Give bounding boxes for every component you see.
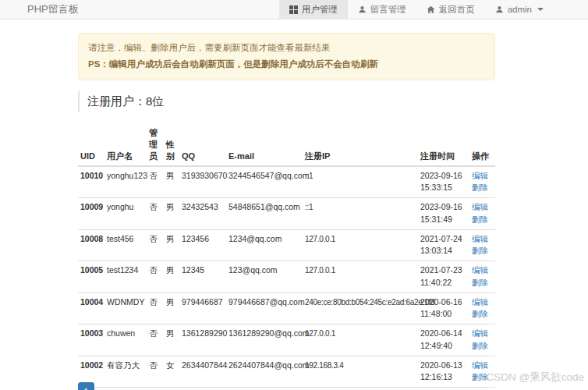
register-date: 2020-06-14: [420, 328, 467, 340]
column-header-5: E-mail: [226, 125, 303, 166]
nav-item-back-home[interactable]: 返回首页: [416, 0, 485, 19]
cell-uid: 10010: [78, 166, 104, 198]
cell-uid: 10003: [78, 324, 104, 356]
cell-gender: 男: [164, 166, 179, 198]
register-date: 2020-06-13: [420, 360, 467, 372]
table-row: 10003 chuwen 否 男 1361289290 1361289290@q…: [78, 324, 495, 356]
cell-register-ip: 127.0.0.1: [303, 324, 418, 356]
cell-actions: 编辑 删除: [469, 292, 495, 324]
cell-register-ip: ::1: [303, 198, 418, 230]
edit-link[interactable]: 编辑: [472, 328, 493, 340]
delete-link[interactable]: 删除: [472, 371, 493, 384]
cell-username: yonghu123: [104, 166, 147, 198]
table-row: 10009 yonghu 否 男 32432543 54848651@qq.co…: [78, 198, 495, 230]
cell-register-time: 2023-09-16 15:33:15: [418, 166, 469, 198]
cell-register-time: 2021-07-23 11:40:22: [418, 261, 469, 293]
cell-uid: 10008: [78, 229, 104, 261]
pagination-page-button[interactable]: 1: [78, 382, 94, 390]
cell-admin: 否: [147, 166, 164, 198]
edit-link[interactable]: 编辑: [472, 233, 493, 246]
register-time: 11:48:00: [420, 308, 467, 321]
alert-line1: 请注意，编辑、删除用户后，需要刷新页面才能查看最新结果: [88, 40, 485, 56]
delete-link[interactable]: 删除: [472, 214, 493, 226]
cell-email: 1361289290@qq.com: [226, 324, 303, 356]
edit-link[interactable]: 编辑: [472, 170, 493, 183]
nav-item-message-management[interactable]: 留言管理: [348, 0, 416, 19]
column-header-2: 管理员: [147, 125, 164, 166]
cell-qq: 12345: [179, 261, 226, 293]
brand[interactable]: PHP留言板: [0, 0, 79, 19]
cell-actions: 编辑 删除: [469, 166, 495, 198]
cell-admin: 否: [147, 356, 164, 388]
cell-username: test1234: [104, 261, 147, 293]
nav-item-label: 留言管理: [370, 4, 406, 16]
table-row: 10008 test456 否 男 123456 1234@qq.com 127…: [78, 229, 495, 261]
cell-username: test456: [104, 229, 147, 261]
cell-actions: 编辑 删除: [469, 198, 495, 230]
cell-actions: 编辑 删除: [469, 356, 495, 388]
column-header-8: 操作: [469, 125, 495, 166]
cell-qq: 1361289290: [179, 324, 226, 356]
cell-admin: 否: [147, 324, 164, 356]
cell-username: yonghu: [104, 198, 147, 230]
cell-uid: 10009: [78, 198, 104, 230]
cell-register-time: 2020-06-16 11:48:00: [418, 292, 469, 324]
cell-username: 有容乃大: [104, 356, 147, 388]
column-header-1: 用户名: [104, 125, 147, 166]
register-date: 2023-09-16: [420, 170, 467, 183]
register-date: 2023-09-16: [420, 201, 467, 214]
cell-email: 3244546547@qq.com: [226, 166, 303, 198]
register-time: 11:40:22: [420, 277, 467, 289]
nav-item-label: 用户管理: [302, 4, 338, 16]
register-date: 2021-07-23: [420, 264, 467, 277]
watermark: CSDN @乘风欲code: [487, 370, 584, 385]
nav-item-admin-dropdown[interactable]: admin: [485, 0, 554, 19]
cell-gender: 男: [164, 229, 179, 261]
table-row: 10005 test1234 否 男 12345 123@qq.com 127.…: [78, 261, 495, 293]
delete-link[interactable]: 删除: [472, 308, 493, 321]
cell-register-time: 2020-06-14 12:49:40: [418, 324, 469, 356]
cell-uid: 10005: [78, 261, 104, 293]
cell-username: chuwen: [104, 324, 147, 356]
cell-email: 2624407844@qq.com: [226, 356, 303, 388]
cell-gender: 男: [164, 261, 179, 293]
cell-qq: 979446687: [179, 292, 226, 324]
register-date: 2020-06-16: [420, 296, 467, 309]
nav-item-label: 返回首页: [439, 4, 475, 16]
navbar: PHP留言板 用户管理 留言管理 返回首页 admin: [0, 0, 588, 20]
column-header-6: 注册IP: [303, 125, 418, 166]
register-time: 13:03:14: [420, 245, 467, 257]
edit-link[interactable]: 编辑: [472, 201, 493, 214]
nav-item-user-management[interactable]: 用户管理: [279, 0, 348, 19]
edit-link[interactable]: 编辑: [472, 360, 493, 372]
cell-register-time: 2023-09-16 15:31:49: [418, 198, 469, 230]
cell-gender: 男: [164, 324, 179, 356]
delete-link[interactable]: 删除: [472, 245, 493, 257]
cell-register-time: 2020-06-13 12:16:13: [418, 356, 469, 388]
cell-email: 54848651@qq.com: [226, 198, 303, 230]
register-date: 2021-07-24: [420, 233, 467, 246]
edit-link[interactable]: 编辑: [472, 264, 493, 277]
navbar-menu: 用户管理 留言管理 返回首页 admin: [279, 0, 554, 19]
alert-line2: PS：编辑用户成功后会自动刷新页面，但是删除用户成功后不会自动刷新: [88, 56, 485, 73]
delete-link[interactable]: 删除: [472, 182, 493, 194]
delete-link[interactable]: 删除: [472, 277, 493, 289]
edit-link[interactable]: 编辑: [472, 296, 493, 309]
user-icon: [358, 5, 367, 14]
column-header-7: 注册时间: [418, 125, 469, 166]
cell-gender: 男: [164, 292, 179, 324]
register-time: 12:49:40: [420, 340, 467, 353]
cell-register-ip: 192.168.3.4: [303, 356, 418, 388]
table-row: 10002 有容乃大 否 女 2634407844 2624407844@qq.…: [78, 356, 495, 388]
cell-gender: 男: [164, 198, 179, 230]
nav-item-label: admin: [508, 5, 532, 14]
cell-qq: 2634407844: [179, 356, 226, 388]
delete-link[interactable]: 删除: [472, 340, 493, 353]
cell-email: 979446687@qq.com: [226, 292, 303, 324]
users-table: UID用户名管理员性别QQE-mail注册IP注册时间操作 10010 yong…: [78, 125, 495, 390]
cell-email: 123@qq.com: [226, 261, 303, 293]
cell-register-ip: 127.0.0.1: [303, 229, 418, 261]
register-time: 15:31:49: [420, 214, 467, 226]
cell-actions: 编辑 删除: [469, 261, 495, 293]
register-time: 15:33:15: [420, 182, 467, 194]
